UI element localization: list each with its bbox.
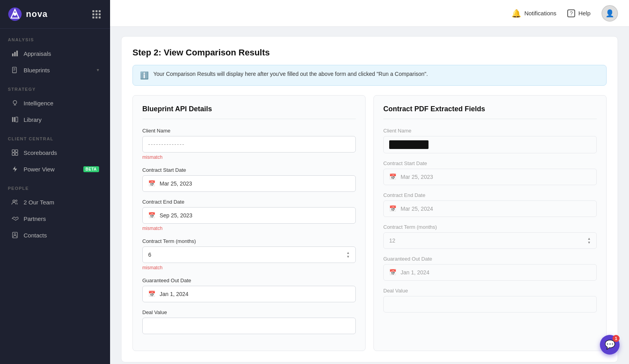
blueprint-term-group: Contract Term (months) 6 ▲ ▼ mismatch	[142, 238, 356, 270]
main-area: 🔔 Notifications ? Help 👤 Step 2: View Co…	[110, 0, 629, 364]
contract-end-date-input[interactable]: 📅 Mar 25, 2024	[383, 200, 597, 217]
help-button[interactable]: ? Help	[567, 9, 590, 17]
contacts-label: Contacts	[24, 232, 99, 239]
bulb-icon	[11, 99, 19, 107]
blueprint-client-name-field[interactable]	[148, 141, 350, 147]
svg-point-22	[16, 200, 17, 201]
contract-deal-field[interactable]	[389, 301, 591, 307]
sidebar-item-intelligence[interactable]: Intelligence	[3, 95, 107, 111]
calendar-icon: 📅	[148, 180, 156, 187]
scoreboards-label: Scoreboards	[24, 149, 99, 156]
chat-badge: 1	[612, 335, 620, 342]
svg-rect-15	[16, 117, 18, 122]
contract-client-name-group: Client Name	[383, 128, 597, 153]
blueprints-label: Blueprints	[24, 67, 92, 74]
contract-guaranteed-value: Jan 1, 2024	[401, 269, 429, 276]
team-icon	[11, 198, 19, 206]
blueprint-guaranteed-group: Guaranteed Out Date 📅 Jan 1, 2024	[142, 278, 356, 302]
stepper-up-icon[interactable]: ▲	[587, 237, 591, 241]
blueprint-term-mismatch: mismatch	[142, 265, 356, 270]
svg-point-21	[13, 200, 15, 202]
library-label: Library	[24, 116, 99, 123]
blueprint-end-date-value: Sep 25, 2023	[160, 212, 192, 219]
main-card: Step 2: View Comparison Results ℹ️ Your …	[121, 36, 618, 362]
contract-start-date-group: Contract Start Date 📅 Mar 25, 2023	[383, 160, 597, 185]
svg-rect-3	[12, 53, 14, 56]
stepper-down-icon[interactable]: ▼	[587, 241, 591, 245]
chat-bubble-button[interactable]: 💬 1	[600, 335, 620, 355]
blueprint-client-name-group: Client Name mismatch	[142, 128, 356, 160]
stepper-arrows[interactable]: ▲ ▼	[587, 237, 591, 245]
blueprint-client-name-mismatch: mismatch	[142, 154, 356, 160]
intelligence-label: Intelligence	[24, 100, 99, 107]
svg-rect-4	[14, 52, 16, 56]
blueprint-deal-field[interactable]	[148, 323, 350, 329]
blueprint-term-input[interactable]: 6 ▲ ▼	[142, 246, 356, 263]
svg-rect-14	[14, 117, 15, 122]
logo-text: nova	[26, 9, 48, 19]
contract-end-date-label: Contract End Date	[383, 192, 597, 198]
section-client-central: CLIENT CENTRAL	[0, 128, 110, 144]
redacted-bar	[389, 140, 429, 149]
contract-deal-group: Deal Value	[383, 288, 597, 313]
blueprint-end-date-label: Contract End Date	[142, 199, 356, 205]
section-strategy: STRATEGY	[0, 78, 110, 95]
library-icon	[11, 116, 19, 123]
contract-guaranteed-input[interactable]: 📅 Jan 1, 2024	[383, 264, 597, 281]
info-banner: ℹ️ Your Comparison Results will display …	[132, 65, 607, 86]
blueprint-start-date-input[interactable]: 📅 Mar 25, 2023	[142, 175, 356, 192]
grid-dots-icon	[92, 10, 101, 18]
grid-icon	[11, 149, 19, 156]
bell-icon: 🔔	[511, 9, 521, 18]
grid-menu-button[interactable]	[91, 9, 102, 20]
sidebar-item-scoreboards[interactable]: Scoreboards	[3, 145, 107, 160]
sidebar-item-partners[interactable]: Partners	[3, 211, 107, 226]
blueprint-start-date-label: Contract Start Date	[142, 167, 356, 173]
powerview-label: Power View	[24, 166, 79, 173]
svg-point-2	[13, 13, 17, 16]
appraisals-label: Appraisals	[24, 50, 99, 57]
sidebar-item-contacts[interactable]: Contacts	[3, 227, 107, 243]
notifications-button[interactable]: 🔔 Notifications	[511, 9, 557, 18]
blueprint-client-name-input[interactable]	[142, 136, 356, 153]
contract-start-date-value: Mar 25, 2023	[401, 174, 433, 180]
blueprint-guaranteed-input[interactable]: 📅 Jan 1, 2024	[142, 286, 356, 302]
sidebar-item-blueprints[interactable]: Blueprints ▾	[3, 62, 107, 78]
svg-rect-13	[12, 117, 13, 122]
stepper-arrows[interactable]: ▲ ▼	[346, 251, 350, 259]
blueprint-guaranteed-value: Jan 1, 2024	[160, 291, 188, 297]
avatar[interactable]: 👤	[601, 5, 618, 22]
sidebar-item-powerview[interactable]: Power View BETA	[3, 161, 107, 177]
contacts-icon	[11, 231, 19, 239]
svg-rect-18	[12, 153, 15, 155]
beta-badge: BETA	[83, 166, 99, 172]
sidebar-item-library[interactable]: Library	[3, 112, 107, 127]
blueprint-deal-input[interactable]	[142, 318, 356, 334]
svg-rect-19	[15, 153, 18, 155]
calendar-icon: 📅	[148, 290, 156, 298]
blueprint-end-date-input[interactable]: 📅 Sep 25, 2023	[142, 207, 356, 224]
blueprint-guaranteed-label: Guaranteed Out Date	[142, 278, 356, 283]
sidebar-item-appraisals[interactable]: Appraisals	[3, 46, 107, 61]
calendar-icon: 📅	[389, 173, 397, 180]
info-banner-text: Your Comparison Results will display her…	[153, 71, 428, 77]
contract-term-value: 12	[389, 237, 395, 244]
blueprint-start-date-value: Mar 25, 2023	[160, 180, 192, 187]
chart-icon	[11, 50, 19, 57]
nova-logo-icon	[8, 7, 22, 21]
topbar: 🔔 Notifications ? Help 👤	[110, 0, 629, 27]
blueprint-panel-title: Blueprint API Details	[142, 105, 356, 119]
section-people: PEOPLE	[0, 177, 110, 194]
contract-start-date-input[interactable]: 📅 Mar 25, 2023	[383, 169, 597, 185]
chevron-down-icon: ▾	[97, 67, 99, 73]
sidebar-item-ourteam[interactable]: 2 Our Team	[3, 194, 107, 210]
blueprint-term-value: 6	[148, 252, 151, 258]
contract-deal-input[interactable]	[383, 296, 597, 313]
blueprint-end-date-group: Contract End Date 📅 Sep 25, 2023 mismatc…	[142, 199, 356, 231]
contract-panel: Contract PDF Extracted Fields Client Nam…	[373, 95, 607, 351]
contract-guaranteed-group: Guaranteed Out Date 📅 Jan 1, 2024	[383, 256, 597, 281]
stepper-up-icon[interactable]: ▲	[346, 251, 350, 255]
contract-term-input[interactable]: 12 ▲ ▼	[383, 232, 597, 249]
stepper-down-icon[interactable]: ▼	[346, 255, 350, 259]
contract-client-name-input[interactable]	[383, 136, 597, 153]
